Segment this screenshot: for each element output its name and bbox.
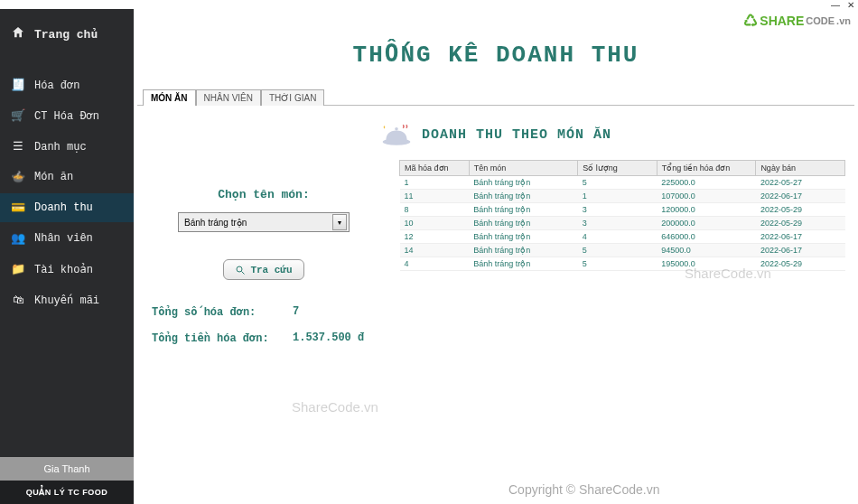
- table-cell: 4: [578, 230, 657, 244]
- sidebar-item-label: Hóa đơn: [34, 79, 79, 92]
- column-header[interactable]: Tên món: [469, 161, 578, 176]
- table-cell: 107000.0: [657, 190, 756, 203]
- table-cell: 3: [578, 203, 657, 217]
- sidebar-item-label: CT Hóa Đơn: [34, 109, 99, 123]
- summary-count-value: 7: [293, 305, 299, 319]
- table-row[interactable]: 8Bánh tráng trộn3120000.02022-05-29: [400, 203, 845, 217]
- watermark: Copyright © ShareCode.vn: [508, 482, 660, 497]
- menu-icon: 📁: [11, 262, 25, 276]
- sidebar-item-3[interactable]: 🍲Món ăn: [0, 163, 134, 191]
- column-header[interactable]: Ngày bán: [756, 161, 845, 176]
- app-name: QUẢN LÝ TC FOOD: [0, 481, 134, 504]
- window-controls: — ✕: [0, 0, 858, 9]
- table-cell: 94500.0: [657, 244, 756, 257]
- table-cell: 2022-06-17: [756, 244, 845, 257]
- svg-point-2: [237, 266, 242, 272]
- table-cell: 3: [578, 217, 657, 230]
- sidebar-item-2[interactable]: ☰Danh mục: [0, 132, 134, 161]
- table-cell: 4: [400, 257, 470, 271]
- table-row[interactable]: 11Bánh tráng trộn1107000.02022-06-17: [400, 190, 845, 203]
- table-cell: Bánh tráng trộn: [469, 190, 578, 203]
- column-header[interactable]: Số lượng: [578, 161, 657, 176]
- sidebar-item-label: Nhân viên: [34, 232, 93, 245]
- table-cell: 12: [400, 230, 470, 244]
- filter-label: Chọn tên món:: [218, 187, 309, 201]
- table-cell: 120000.0: [657, 203, 756, 217]
- watermark: ShareCode.vn: [292, 399, 378, 415]
- main-panel: ♺ SHARECODE.vn THỐNG KÊ DOANH THU MÓN ĂN…: [134, 9, 858, 504]
- menu-icon: 💳: [11, 201, 25, 215]
- results-table: Mã hóa đơnTên mónSố lượngTổng tiền hóa đ…: [399, 160, 845, 280]
- svg-line-3: [242, 271, 245, 274]
- table-cell: 5: [578, 257, 657, 271]
- table-cell: 2022-05-29: [756, 203, 845, 217]
- menu-icon: 🛒: [11, 108, 25, 123]
- section-heading: DOANH THU THEO MÓN ĂN: [134, 106, 858, 160]
- table-cell: 1: [400, 176, 470, 190]
- table-cell: 5: [578, 176, 657, 190]
- table-cell: 225000.0: [657, 176, 756, 190]
- menu-icon: 🧾: [11, 78, 25, 92]
- sidebar-item-7[interactable]: 🛍Khuyến mãi: [0, 285, 134, 314]
- brand-suffix: .vn: [836, 15, 851, 26]
- table-cell: 11: [400, 190, 470, 203]
- sidebar: Trang chủ 🧾Hóa đơn🛒CT Hóa Đơn☰Danh mục🍲M…: [0, 9, 134, 504]
- column-header[interactable]: Tổng tiền hóa đơn: [657, 161, 756, 176]
- dish-select-value: Bánh tráng trộn: [184, 218, 247, 228]
- summary-total-label: Tổng tiền hóa đơn:: [152, 331, 278, 345]
- table-cell: 2022-05-27: [756, 176, 845, 190]
- user-badge[interactable]: Gia Thanh: [0, 457, 134, 481]
- recycle-icon: ♺: [743, 11, 758, 31]
- search-button[interactable]: Tra cứu: [223, 259, 303, 280]
- tab-0[interactable]: MÓN ĂN: [143, 89, 196, 106]
- filter-pane: Chọn tên món: Bánh tráng trộn ▼ Tra cứu: [146, 160, 381, 280]
- summary-total-value: 1.537.500 đ: [293, 331, 364, 345]
- table-cell: 200000.0: [657, 217, 756, 230]
- search-button-label: Tra cứu: [250, 264, 292, 275]
- sidebar-item-6[interactable]: 📁Tài khoản: [0, 255, 134, 284]
- tab-2[interactable]: THỜI GIAN: [261, 89, 324, 106]
- sidebar-item-5[interactable]: 👥Nhân viên: [0, 224, 134, 253]
- table-row[interactable]: 14Bánh tráng trộn594500.02022-06-17: [400, 244, 845, 257]
- table-cell: Bánh tráng trộn: [469, 257, 578, 271]
- sidebar-item-label: Danh mục: [34, 140, 87, 154]
- dish-select[interactable]: Bánh tráng trộn ▼: [178, 212, 350, 232]
- sidebar-item-label: Tài khoản: [34, 263, 93, 276]
- sidebar-item-label: Món ăn: [34, 171, 73, 183]
- brand-text-2: CODE: [806, 15, 835, 26]
- section-heading-text: DOANH THU THEO MÓN ĂN: [422, 127, 611, 143]
- menu-icon: 🛍: [11, 293, 25, 307]
- dish-icon: [380, 122, 413, 147]
- table-cell: Bánh tráng trộn: [469, 230, 578, 244]
- summary-count-label: Tổng số hóa đơn:: [152, 305, 278, 319]
- sidebar-item-1[interactable]: 🛒CT Hóa Đơn: [0, 101, 134, 130]
- table-cell: Bánh tráng trộn: [469, 203, 578, 217]
- table-cell: 5: [578, 244, 657, 257]
- table-cell: Bánh tráng trộn: [469, 217, 578, 230]
- table-cell: 2022-06-17: [756, 190, 845, 203]
- table-cell: 8: [400, 203, 470, 217]
- table-row[interactable]: 12Bánh tráng trộn4646000.02022-06-17: [400, 230, 845, 244]
- brand-logo: ♺ SHARECODE.vn: [743, 11, 851, 31]
- table-row[interactable]: 4Bánh tráng trộn5195000.02022-05-29: [400, 257, 845, 271]
- menu-icon: 👥: [11, 231, 25, 246]
- tab-bar: MÓN ĂNNHÂN VIÊNTHỜI GIAN: [137, 89, 854, 106]
- brand-text-1: SHARE: [760, 14, 804, 28]
- svg-point-1: [395, 127, 398, 131]
- column-header[interactable]: Mã hóa đơn: [400, 161, 470, 176]
- table-row[interactable]: 10Bánh tráng trộn3200000.02022-05-29: [400, 217, 845, 230]
- summary: Tổng số hóa đơn: 7 Tổng tiền hóa đơn: 1.…: [134, 280, 858, 358]
- menu-icon: ☰: [11, 139, 25, 154]
- home-icon: [11, 25, 25, 43]
- sidebar-item-label: Khuyến mãi: [34, 294, 99, 307]
- sidebar-home[interactable]: Trang chủ: [0, 9, 134, 70]
- chevron-down-icon: ▼: [332, 214, 347, 230]
- sidebar-item-4[interactable]: 💳Doanh thu: [0, 193, 134, 222]
- sidebar-item-0[interactable]: 🧾Hóa đơn: [0, 70, 134, 99]
- tab-1[interactable]: NHÂN VIÊN: [196, 89, 261, 106]
- menu-icon: 🍲: [11, 170, 25, 184]
- table-cell: 2022-05-29: [756, 217, 845, 230]
- table-row[interactable]: 1Bánh tráng trộn5225000.02022-05-27: [400, 176, 845, 190]
- table-cell: 14: [400, 244, 470, 257]
- table-cell: 1: [578, 190, 657, 203]
